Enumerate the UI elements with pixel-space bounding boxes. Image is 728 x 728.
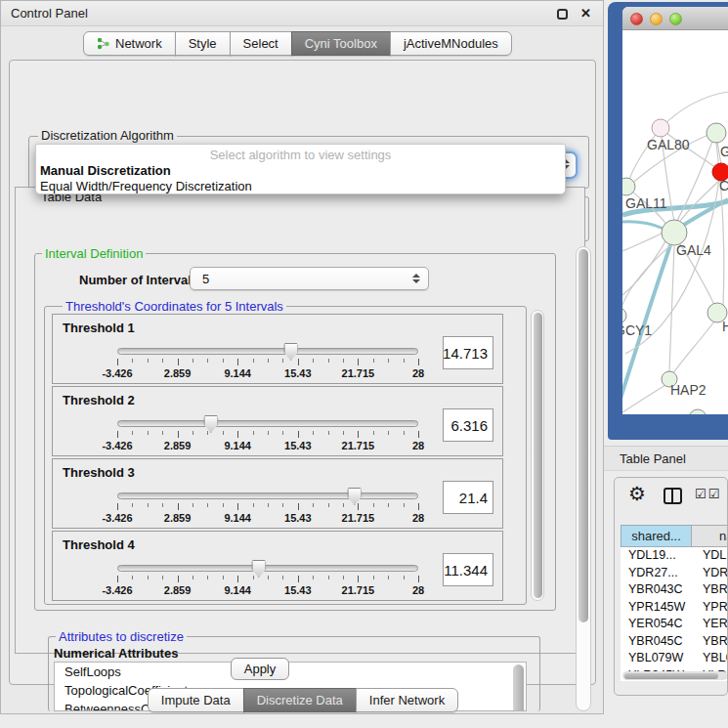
number-of-intervals-combobox[interactable]: 5 [190,267,429,290]
tick-mark [132,503,133,507]
close-icon[interactable]: ✕ [580,6,591,21]
network-node[interactable] [689,409,707,414]
threshold-2-slider[interactable] [117,420,418,427]
tick-mark [162,576,163,579]
tab-select[interactable]: Select [230,31,292,56]
tick-mark [162,359,163,363]
threshold-3-value[interactable]: 21.4 [443,481,493,514]
main-scrollbar-thumb[interactable] [578,249,588,622]
tab-discretize-data[interactable]: Discretize Data [243,688,357,712]
split-columns-icon[interactable] [664,488,682,504]
numerical-attributes-label: Numerical Attributes [54,646,178,661]
tick-mark [358,359,359,365]
tab-infer-network[interactable]: Infer Network [356,688,458,712]
table-horizontal-scrollbar[interactable] [622,671,727,680]
cell: YBR0 [703,634,728,648]
tick-label: 9.144 [224,440,251,451]
table-row[interactable]: YBL079WYBL0 [621,650,728,667]
close-traffic-light-icon[interactable] [630,13,643,25]
list-item[interactable]: SelfLoops [55,663,526,681]
network-edge[interactable] [622,244,672,310]
zoom-traffic-light-icon[interactable] [669,13,682,25]
tick-mark [282,503,283,507]
table-panel-title: Table Panel [620,451,686,466]
network-node[interactable] [707,123,726,143]
tick-label: 28 [412,440,424,451]
network-edge[interactable] [661,92,728,128]
number-of-intervals-label: Number of Intervals [79,273,198,287]
tick-mark [207,359,208,363]
cell: YPR1 [703,600,728,614]
tab-style[interactable]: Style [175,31,231,56]
popup-item-manual-discretization[interactable]: Manual Discretization [40,163,171,178]
tick-mark [388,359,389,363]
tick-mark [328,503,329,507]
network-edge[interactable] [622,385,665,414]
tick-mark [117,431,118,438]
tick-mark [237,503,238,510]
network-view-window: GAL80GACGAL11GAL4GCY1HHAP2 [608,2,728,440]
tick-mark [162,503,163,507]
tick-mark [178,503,179,510]
tick-mark [298,431,299,438]
minimize-traffic-light-icon[interactable] [650,13,663,25]
network-edge[interactable] [622,222,664,229]
network-window-titlebar[interactable] [622,7,728,30]
network-canvas[interactable]: GAL80GACGAL11GAL4GCY1HHAP2 [622,30,728,414]
apply-button[interactable]: Apply [231,658,289,680]
tick-mark [358,503,359,510]
column-header-shared[interactable]: shared... [621,525,692,547]
popup-item-equal-width-frequency[interactable]: Equal Width/Frequency Discretization [40,179,252,193]
table-row[interactable]: YDL19...YDL1 [621,547,728,565]
tick-label: 28 [412,584,424,596]
network-edge[interactable] [622,232,664,251]
network-node[interactable] [652,119,669,137]
threshold-4-slider[interactable] [117,565,418,572]
checkboxes-icon[interactable]: ☑☑ [695,487,721,501]
tick-mark [193,359,193,363]
algorithm-group-title: Discretization Algorithm [38,128,177,143]
cell: YER054C [628,617,683,630]
gear-icon[interactable]: ⚙ [628,482,646,505]
tick-mark [343,431,344,435]
table-row[interactable]: YER054CYER0 [621,616,728,633]
threshold-3-slider[interactable] [117,492,418,499]
tab-impute-data[interactable]: Impute Data [148,688,244,712]
tick-label: 21.715 [342,512,375,524]
table-row[interactable]: YDR27...YDR2 [621,565,728,582]
tab-network[interactable]: Network [83,31,176,56]
column-header-name[interactable]: na [691,525,728,547]
tick-mark [148,503,149,507]
tab-jactivemnodules[interactable]: jActiveMNodules [390,31,512,56]
node-table: shared... na YDL19...YDL1 YDR27...YDR2 Y… [621,525,728,681]
tick-mark [148,576,149,579]
table-row[interactable]: YPR145WYPR1 [621,599,728,617]
table-panel: ⚙ ☑☑ shared... na YDL19...YDL1 YDR27...Y… [614,477,728,696]
main-scrollbar[interactable] [576,246,591,711]
threshold-1-label: Threshold 1 [63,321,135,335]
table-horizontal-scrollbar-thumb[interactable] [624,673,718,679]
thresholds-scrollbar[interactable] [531,310,544,601]
slider-tick-labels: -3.4262.8599.14415.4321.71528 [117,584,418,597]
tab-cyni-toolbox[interactable]: Cyni Toolbox [291,31,391,56]
tick-mark [388,503,389,507]
network-node[interactable] [622,308,626,323]
threshold-1-value[interactable]: 14.713 [443,336,493,369]
network-node[interactable] [622,178,635,195]
tick-mark [223,359,224,363]
tick-mark [313,431,314,435]
threshold-2-value[interactable]: 6.316 [443,408,493,442]
float-window-icon[interactable] [557,9,568,20]
tick-mark [193,503,193,507]
threshold-4-value[interactable]: 11.344 [443,553,493,586]
slider-ticks [117,359,418,366]
node-label: GAL80 [647,137,690,152]
table-row[interactable]: YBR043CYBR0 [621,581,728,599]
control-panel-titlebar: Control Panel ✕ [1,1,603,26]
network-edge[interactable] [673,321,714,373]
tick-mark [268,503,269,507]
threshold-1-slider[interactable] [117,348,418,355]
table-row[interactable]: YBR045CYBR0 [621,633,728,651]
thresholds-scrollbar-thumb[interactable] [534,313,542,598]
tick-mark [373,503,374,507]
